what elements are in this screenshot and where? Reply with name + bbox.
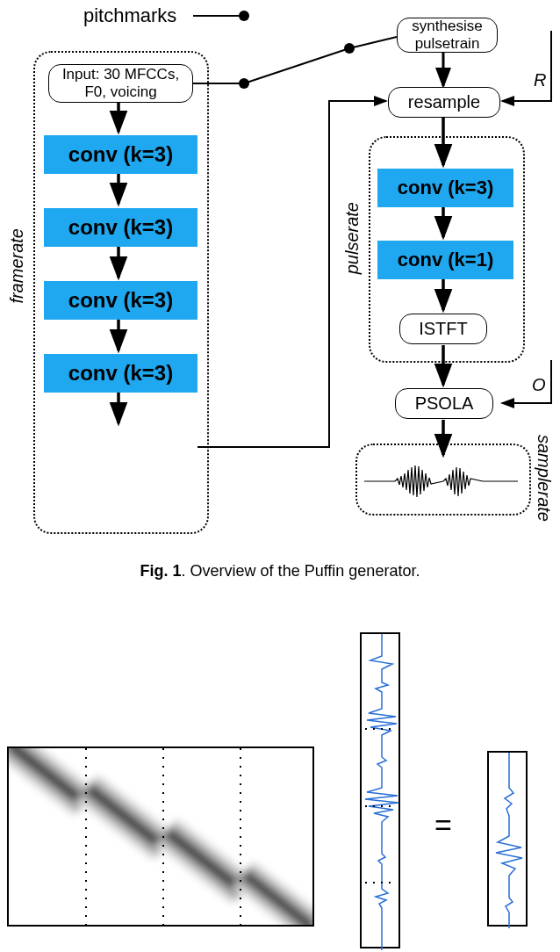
svg-point-4 bbox=[344, 43, 355, 54]
short-waveform bbox=[487, 751, 528, 927]
o-label: O bbox=[532, 375, 546, 395]
r-label: R bbox=[534, 70, 546, 90]
equals-sign: = bbox=[434, 808, 452, 842]
pulserate-label: pulserate bbox=[342, 202, 363, 274]
caption-text: . Overview of the Puffin generator. bbox=[182, 562, 420, 580]
synth-box: synthesise pulsetrain bbox=[397, 18, 498, 53]
svg-point-1 bbox=[239, 11, 249, 21]
resample-label: resample bbox=[408, 92, 480, 112]
istft-box: ISTFT bbox=[399, 314, 487, 344]
long-waveform bbox=[360, 632, 400, 948]
psola-matrix bbox=[7, 746, 314, 927]
caption-prefix: Fig. 1 bbox=[140, 562, 182, 580]
svg-line-6 bbox=[349, 37, 397, 48]
psola-label: PSOLA bbox=[415, 393, 474, 414]
left-conv-1: conv (k=3) bbox=[44, 135, 197, 174]
istft-label: ISTFT bbox=[419, 319, 468, 339]
output-group bbox=[355, 444, 531, 516]
left-conv-3: conv (k=3) bbox=[44, 281, 197, 320]
left-conv-4: conv (k=3) bbox=[44, 354, 197, 393]
resample-box: resample bbox=[388, 87, 500, 118]
psola-box: PSOLA bbox=[395, 388, 493, 419]
right-conv-1: conv (k=3) bbox=[377, 169, 513, 207]
figure-caption: Fig. 1. Overview of the Puffin generator… bbox=[0, 562, 560, 581]
svg-point-3 bbox=[239, 78, 249, 89]
left-conv-2: conv (k=3) bbox=[44, 208, 197, 247]
samplerate-label: samplerate bbox=[534, 435, 554, 522]
svg-line-5 bbox=[244, 48, 349, 83]
pitchmarks-label: pitchmarks bbox=[83, 4, 176, 27]
right-conv-2: conv (k=1) bbox=[377, 241, 513, 279]
input-label: Input: 30 MFCCs, F0, voicing bbox=[62, 66, 179, 100]
input-box: Input: 30 MFCCs, F0, voicing bbox=[48, 64, 193, 103]
synth-label: synthesise pulsetrain bbox=[412, 18, 482, 52]
framerate-label: framerate bbox=[7, 228, 27, 304]
